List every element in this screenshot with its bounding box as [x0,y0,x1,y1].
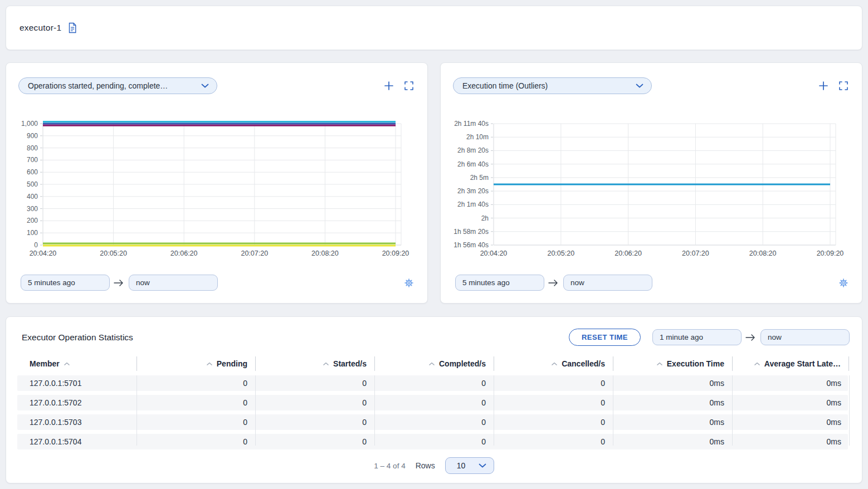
svg-text:2h: 2h [481,214,489,222]
column-header-cancelled[interactable]: Cancelled/s [494,356,613,371]
svg-text:400: 400 [27,193,38,201]
cancelled-cell: 0 [494,414,613,430]
completed-cell: 0 [374,395,494,410]
operations-chart-canvas: 01002003004005006007008009001,00020:04:2… [15,116,417,262]
column-label: Pending [217,359,247,368]
svg-text:20:05:20: 20:05:20 [547,250,574,257]
cancelled-cell: 0 [494,375,613,391]
column-divider [255,375,256,446]
sort-caret-icon [64,362,70,366]
execution-time-cell: 0ms [613,395,732,410]
svg-text:300: 300 [27,205,38,213]
column-divider [732,375,733,446]
table-header: Member Pending Started/s Completed/s Can… [17,356,848,371]
column-label: Member [30,359,60,368]
svg-text:900: 900 [27,132,38,140]
add-chart-button[interactable] [818,80,829,91]
execution-time-cell: 0ms [613,414,732,430]
execution-time-chart-canvas: 1h 56m 40s1h 58m 20s2h2h 1m 40s2h 3m 20s… [450,116,852,262]
time-from-input[interactable] [652,329,742,345]
plus-icon [818,80,829,91]
add-chart-button[interactable] [383,80,394,91]
expand-button[interactable] [838,81,849,91]
statistics-title: Executor Operation Statistics [22,332,133,343]
average-start-latency-cell: 0ms [732,395,849,410]
started-cell: 0 [255,414,374,430]
time-from-input[interactable] [21,275,110,291]
chart-settings-button[interactable] [838,278,849,288]
svg-text:20:05:20: 20:05:20 [100,250,127,257]
rows-per-page-label: Rows [416,461,435,470]
column-label: Started/s [333,359,367,368]
svg-text:0: 0 [34,241,38,249]
svg-text:1h 56m 40s: 1h 56m 40s [453,241,489,249]
svg-text:500: 500 [27,180,38,188]
reset-time-button[interactable]: RESET TIME [569,329,641,346]
svg-text:600: 600 [27,168,38,176]
svg-text:20:09:20: 20:09:20 [382,250,409,257]
column-divider [136,375,137,446]
time-to-input[interactable] [760,329,850,345]
cancelled-cell: 0 [494,434,613,449]
sort-caret-icon [323,362,329,366]
pending-cell: 0 [136,434,255,449]
svg-text:2h 5m: 2h 5m [470,174,489,182]
operations-chart-card: Operations started, pending, complete… 0… [6,62,428,304]
sort-caret-icon [206,362,213,366]
svg-text:20:08:20: 20:08:20 [749,250,777,257]
rows-per-page-select[interactable]: 10 [445,457,494,474]
svg-text:2h 10m: 2h 10m [466,133,489,141]
sort-caret-icon [428,362,435,366]
svg-text:800: 800 [27,144,38,152]
column-header-member[interactable]: Member [17,356,136,371]
metric-selector-label: Execution time (Outliers) [462,81,548,90]
expand-button[interactable] [404,81,414,91]
expand-icon [404,81,414,91]
started-cell: 0 [255,434,374,449]
time-from-input[interactable] [455,275,544,291]
plus-icon [383,80,394,91]
column-header-started[interactable]: Started/s [255,356,374,371]
member-cell: 127.0.0.1:5702 [17,395,136,410]
column-header-pending[interactable]: Pending [136,356,255,371]
column-label: Cancelled/s [562,359,605,368]
svg-text:100: 100 [27,229,38,237]
completed-cell: 0 [374,434,494,449]
svg-text:2h 1m 40s: 2h 1m 40s [457,201,489,208]
svg-text:20:09:20: 20:09:20 [817,250,844,257]
column-header-average-start-latency[interactable]: Average Start Late… [732,356,849,371]
metric-selector[interactable]: Execution time (Outliers) [453,77,652,94]
time-to-input[interactable] [563,275,652,291]
gear-icon [404,278,414,288]
documentation-link[interactable] [67,22,77,33]
average-start-latency-cell: 0ms [732,375,849,391]
column-header-completed[interactable]: Completed/s [374,356,494,371]
metric-selector[interactable]: Operations started, pending, complete… [18,77,217,94]
pending-cell: 0 [136,375,255,391]
svg-text:2h 3m 20s: 2h 3m 20s [457,187,489,195]
member-cell: 127.0.0.1:5703 [17,414,136,430]
svg-text:700: 700 [27,156,38,164]
svg-text:2h 6m 40s: 2h 6m 40s [457,160,489,168]
page-title: executor-1 [19,23,61,33]
svg-text:20:07:20: 20:07:20 [682,250,709,257]
expand-icon [838,81,849,91]
table-body: 127.0.0.1:5701 0 0 0 0 0ms 0ms 127.0.0.1… [17,375,848,449]
column-divider [374,375,375,446]
time-to-input[interactable] [129,275,218,291]
completed-cell: 0 [374,375,494,391]
column-header-execution-time[interactable]: Execution Time [613,356,732,371]
completed-cell: 0 [374,414,494,430]
pending-cell: 0 [136,395,255,410]
svg-text:1,000: 1,000 [21,120,38,128]
chart-settings-button[interactable] [404,278,414,288]
started-cell: 0 [255,395,374,410]
svg-text:20:07:20: 20:07:20 [241,250,268,257]
average-start-latency-cell: 0ms [732,414,849,430]
arrow-right-icon [548,279,559,287]
metric-selector-label: Operations started, pending, complete… [28,81,168,90]
started-cell: 0 [255,375,374,391]
executor-statistics-card: Executor Operation Statistics RESET TIME… [6,316,862,483]
document-icon [67,22,77,33]
chevron-down-icon [636,84,643,88]
